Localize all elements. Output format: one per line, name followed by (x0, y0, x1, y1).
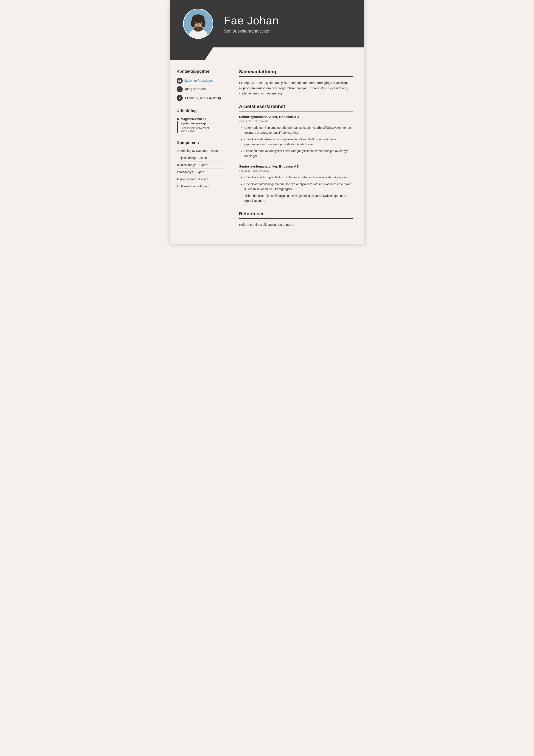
job-2-bullet-2: Utvecklade utbildningsmaterial för nya a… (244, 182, 353, 192)
job-1-bullet-3: Ledde ett team av analytiker i den framg… (244, 148, 353, 158)
header-title: Senior systemanalytiker (224, 29, 351, 34)
skill-item-6: Problemlösning - Expert (177, 185, 224, 190)
job-1: Senior systemanalytiker, Ericsson AB mar… (239, 115, 353, 159)
contact-section-title: Kontaktuppgifter (177, 69, 224, 74)
svg-point-12 (200, 23, 201, 24)
svg-point-11 (195, 23, 196, 24)
references-text: Referenser finns tillgängliga på begäran (239, 222, 353, 228)
edu-degree: Magisterexamen i systemvetenskap (181, 117, 224, 125)
education-section-title: Utbildning (177, 108, 224, 113)
education-section: Utbildning Magisterexamen i systemvetens… (177, 108, 224, 133)
phone-icon (177, 86, 183, 92)
svg-point-16 (197, 25, 199, 27)
phone-item: (850) 537 0066 (177, 86, 224, 92)
skills-section: Kompetens Utformning av systemet - Exper… (177, 140, 224, 190)
address-value: Ekholm, 22696, Gävleborg (185, 96, 221, 100)
edu-bullet (177, 118, 179, 120)
avatar (183, 9, 213, 39)
address-item: Ekholm, 22696, Gävleborg (177, 95, 224, 101)
svg-point-7 (201, 19, 205, 27)
job-2-date: maj 2021 - februari 2023 (239, 169, 353, 172)
job-2-bullet-1: Utvecklade och upprätthöll en omfattande… (244, 175, 353, 180)
job-2-title: Senior systemanalytiker, Ericsson AB (239, 165, 353, 168)
svg-point-6 (191, 19, 195, 27)
job-1-bullet-1: Utformade och implementerade framgångsri… (244, 125, 353, 135)
edu-content: Magisterexamen i systemvetenskap Stockho… (181, 117, 224, 133)
edu-years: 2017 - 2021 (181, 130, 224, 133)
skill-item-3: Teknisk analys - Expert (177, 163, 224, 169)
location-icon (177, 95, 183, 101)
education-item: Magisterexamen i systemvetenskap Stockho… (177, 117, 224, 133)
work-section: Arbetslivserfarenhet Senior systemanalyt… (239, 104, 353, 203)
skills-section-title: Kompetens (177, 140, 224, 145)
sidebar: Kontaktuppgifter faejohan@gmail.com (170, 60, 231, 244)
skill-item-1: Utformning av systemet - Expert (177, 149, 224, 154)
resume-body: Kontaktuppgifter faejohan@gmail.com (170, 60, 364, 244)
skill-item-5: Analys av data - Expert (177, 177, 224, 183)
references-section: Referenser Referenser finns tillgängliga… (239, 211, 353, 228)
summary-section: Sammanfattning Exempel 2: Senior systema… (239, 69, 353, 96)
job-1-bullet-2: Utvecklade detaljerade tekniska krav för… (244, 137, 353, 147)
skill-item-4: Affärsanalys - Expert (177, 170, 224, 176)
email-value[interactable]: faejohan@gmail.com (185, 79, 214, 82)
email-item: faejohan@gmail.com (177, 78, 224, 84)
header: Fae Johan Senior systemanalytiker (170, 0, 364, 47)
email-icon (177, 78, 183, 84)
contact-section: Kontaktuppgifter faejohan@gmail.com (177, 69, 224, 101)
job-1-date: mars 2023 - Nuvarande (239, 120, 353, 123)
job-2-bullets: Utvecklade och upprätthöll en omfattande… (239, 175, 353, 203)
header-name: Fae Johan (224, 14, 351, 27)
job-1-bullets: Utformade och implementerade framgångsri… (239, 125, 353, 159)
edu-bullet-bar (177, 117, 179, 133)
svg-point-8 (193, 26, 202, 31)
skill-item-2: Projektledning - Expert (177, 156, 224, 162)
job-1-title: Senior systemanalytiker, Ericsson AB (239, 115, 353, 119)
edu-school: Stockholms universitet (181, 126, 224, 130)
job-2-bullet-3: Tillhandahåller teknisk rådgivning och v… (244, 193, 353, 203)
header-info: Fae Johan Senior systemanalytiker (224, 14, 351, 34)
main-content: Sammanfattning Exempel 2: Senior systema… (231, 60, 364, 244)
header-arrow-decoration (170, 47, 364, 60)
references-title: Referenser (239, 211, 353, 219)
summary-text: Exempel 2: Senior systemanalytiker med d… (239, 80, 353, 96)
summary-title: Sammanfattning (239, 69, 353, 77)
job-2: Senior systemanalytiker, Ericsson AB maj… (239, 165, 353, 203)
work-section-title: Arbetslivserfarenhet (239, 104, 353, 112)
phone-value: (850) 537 0066 (185, 88, 206, 91)
